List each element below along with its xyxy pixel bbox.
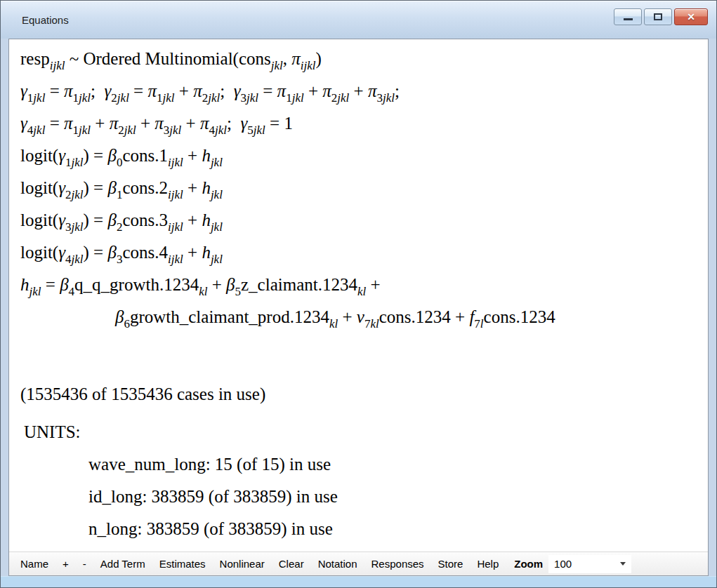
toolbar-buttons: Name+-Add TermEstimatesNonlinearClearNot… [13, 554, 506, 574]
bottom-toolbar: Name+-Add TermEstimatesNonlinearClearNot… [9, 552, 708, 575]
close-button[interactable]: ✕ [674, 8, 708, 25]
maximize-icon [654, 13, 662, 20]
name-button[interactable]: Name [13, 554, 55, 574]
blank-line [20, 333, 708, 366]
zoom-select[interactable]: 100 [548, 555, 631, 573]
store-button[interactable]: Store [431, 554, 471, 574]
equation-area: respijkl ~ Ordered Multinomial(consjkl, … [9, 39, 708, 552]
help-button[interactable]: Help [470, 554, 506, 574]
equation-line[interactable]: logit(γ4jkl) = β3cons.4ijkl + hjkl [20, 236, 708, 269]
clear-button[interactable]: Clear [272, 554, 311, 574]
minimize-button[interactable] [614, 8, 642, 25]
equation-line[interactable]: respijkl ~ Ordered Multinomial(consjkl, … [20, 43, 708, 75]
unit-line-n-long: n_long: 383859 (of 383859) in use [88, 513, 708, 545]
zoom-value: 100 [554, 558, 572, 570]
caption-buttons: ✕ [614, 8, 708, 25]
unit-line-id-long: id_long: 383859 (of 383859) in use [88, 481, 708, 513]
title-bar[interactable]: Equations ✕ [1, 1, 716, 39]
nonlinear-button[interactable]: Nonlinear [213, 554, 272, 574]
equation-line[interactable]: logit(γ1jkl) = β0cons.1ijkl + hjkl [20, 140, 708, 172]
cases-in-use-line: (1535436 of 1535436 cases in use) [20, 378, 708, 410]
notation-button[interactable]: Notation [311, 554, 364, 574]
window-title: Equations [22, 14, 69, 26]
maximize-button[interactable] [644, 8, 672, 25]
equation-line[interactable]: hjkl = β4q_q_growth.1234kl + β5z_claiman… [20, 269, 708, 301]
add-button[interactable]: + [55, 554, 76, 574]
unit-line-wave-num-long: wave_num_long: 15 (of 15) in use [88, 448, 708, 481]
zoom-label: Zoom [506, 558, 548, 570]
window-bottom-frame [1, 576, 716, 587]
responses-button[interactable]: Responses [364, 554, 431, 574]
minimize-icon [624, 18, 633, 20]
equation-line[interactable]: logit(γ2jkl) = β1cons.2ijkl + hjkl [20, 172, 708, 204]
dropdown-arrow-icon [620, 562, 626, 566]
add-term-button[interactable]: Add Term [93, 554, 152, 574]
equation-line[interactable]: γ4jkl = π1jkl + π2jkl + π3jkl + π4jkl; γ… [20, 107, 708, 140]
estimates-button[interactable]: Estimates [152, 554, 213, 574]
close-icon: ✕ [687, 12, 695, 22]
equation-line[interactable]: γ1jkl = π1jkl; γ2jkl = π1jkl + π2jkl; γ3… [20, 75, 708, 107]
equation-line[interactable]: β6growth_claimant_prod.1234kl + v7klcons… [115, 301, 708, 333]
equation-line[interactable]: logit(γ3jkl) = β2cons.3ijkl + hjkl [20, 204, 708, 236]
equations-window: Equations ✕ respijkl ~ Ordered Multinomi… [0, 0, 717, 588]
remove-button[interactable]: - [76, 554, 93, 574]
units-header: UNITS: [24, 416, 708, 448]
equations-content: respijkl ~ Ordered Multinomial(consjkl, … [8, 39, 709, 576]
